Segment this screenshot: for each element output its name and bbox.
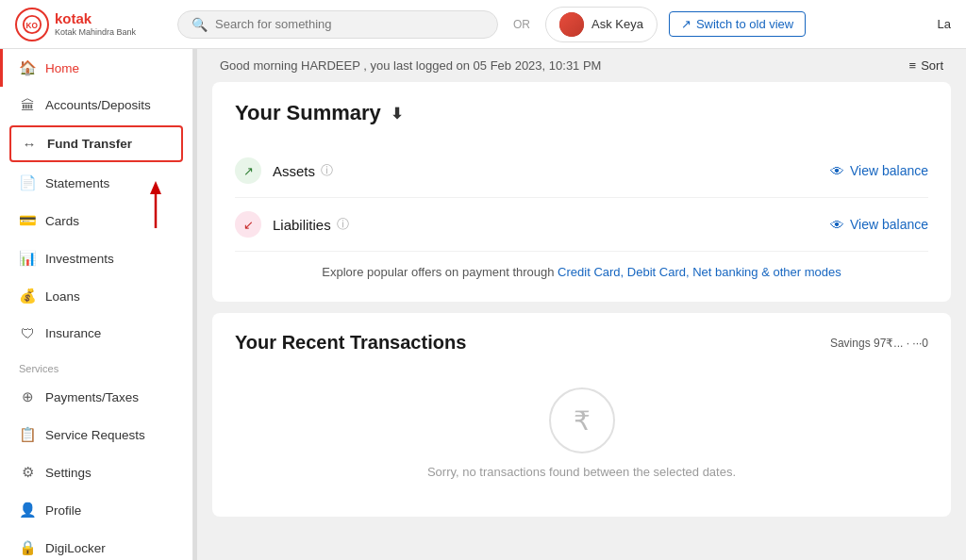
liabilities-label: Liabilities ⓘ [273, 216, 349, 233]
summary-title-text: Your Summary [235, 101, 381, 125]
switch-old-view-button[interactable]: ↗ Switch to old view [669, 11, 806, 37]
cards-icon: 💳 [19, 212, 36, 229]
search-input[interactable] [215, 17, 484, 31]
sidebar-item-home-label: Home [45, 61, 79, 75]
liabilities-icon-circle: ↙ [235, 211, 261, 238]
or-label: OR [513, 18, 530, 31]
summary-title: Your Summary ⬇ [235, 101, 928, 125]
sidebar-item-statements[interactable]: 📄 Statements [0, 164, 192, 202]
download-icon[interactable]: ⬇ [391, 105, 403, 123]
liabilities-eye-icon: 👁 [830, 217, 844, 233]
greeting-text: Good morning HARDEEP , you last logged o… [220, 58, 601, 73]
liabilities-view-balance-button[interactable]: 👁 View balance [830, 217, 928, 233]
savings-badge: Savings 97₹... · ···0 [830, 337, 928, 350]
transactions-card: Your Recent Transactions Savings 97₹... … [212, 313, 951, 517]
keya-avatar-img [559, 12, 584, 37]
empty-state: ₹ Sorry, no transactions found between t… [235, 369, 928, 498]
sidebar-item-payments-label: Payments/Taxes [45, 390, 139, 404]
assets-view-balance-button[interactable]: 👁 View balance [830, 163, 928, 179]
loans-icon: 💰 [19, 288, 36, 305]
transactions-header: Your Recent Transactions Savings 97₹... … [235, 332, 928, 354]
payments-icon: ⊕ [19, 388, 36, 405]
home-icon: 🏠 [19, 59, 36, 76]
sidebar-item-service-requests-label: Service Requests [45, 428, 145, 442]
profile-icon: 👤 [19, 502, 36, 519]
kotak-logo-icon: KO [15, 8, 49, 41]
fund-transfer-icon: ↔ [21, 136, 38, 152]
sidebar-item-service-requests[interactable]: 📋 Service Requests [0, 416, 192, 453]
sidebar-item-settings[interactable]: ⚙ Settings [0, 453, 192, 491]
sidebar-item-cards[interactable]: 💳 Cards [0, 202, 192, 239]
insurance-icon: 🛡 [19, 325, 36, 341]
keya-avatar [559, 12, 584, 37]
sidebar-item-accounts[interactable]: 🏛 Accounts/Deposits [0, 87, 192, 124]
sidebar-item-investments-label: Investments [45, 252, 114, 266]
settings-icon: ⚙ [19, 464, 36, 481]
sidebar-item-accounts-label: Accounts/Deposits [45, 98, 151, 112]
ask-keya-button[interactable]: Ask Keya [545, 7, 658, 42]
liabilities-row: ↙ Liabilities ⓘ 👁 View balance [235, 198, 928, 252]
sidebar-item-home[interactable]: 🏠 Home [0, 49, 192, 87]
sort-icon: ≡ [909, 58, 917, 73]
assets-row: ↗ Assets ⓘ 👁 View balance [235, 144, 928, 198]
switch-icon: ↗ [681, 17, 691, 31]
main-layout: 🏠 Home 🏛 Accounts/Deposits ↔ Fund Transf… [0, 49, 966, 560]
greeting-bar: Good morning HARDEEP , you last logged o… [197, 49, 966, 82]
logo-text: kotak Kotak Mahindra Bank [55, 11, 136, 37]
switch-label: Switch to old view [696, 17, 793, 31]
sidebar-item-profile[interactable]: 👤 Profile [0, 491, 192, 529]
content-area: Good morning HARDEEP , you last logged o… [197, 49, 966, 560]
sidebar-item-investments[interactable]: 📊 Investments [0, 239, 192, 277]
sort-button[interactable]: ≡ Sort [909, 58, 943, 73]
empty-text: Sorry, no transactions found between the… [427, 465, 736, 479]
sidebar-item-digilocker[interactable]: 🔒 DigiLocker [0, 529, 192, 560]
sidebar-item-insurance-label: Insurance [45, 326, 101, 340]
statements-icon: 📄 [19, 174, 36, 191]
sidebar-item-fund-transfer[interactable]: ↔ Fund Transfer [9, 125, 183, 162]
sidebar: 🏠 Home 🏛 Accounts/Deposits ↔ Fund Transf… [0, 49, 193, 560]
assets-label: Assets ⓘ [273, 162, 333, 179]
sidebar-item-profile-label: Profile [45, 503, 81, 518]
search-icon: 🔍 [192, 17, 208, 32]
summary-card: Your Summary ⬇ ↗ Assets ⓘ 👁 View balance… [212, 82, 951, 302]
user-initial: La [938, 17, 951, 31]
digilocker-icon: 🔒 [19, 539, 36, 556]
offers-text: Explore popular offers on payment throug… [235, 252, 928, 283]
search-bar[interactable]: 🔍 [177, 10, 498, 39]
transactions-title: Your Recent Transactions [235, 332, 466, 354]
sort-label: Sort [921, 58, 943, 73]
logo-sub: Kotak Mahindra Bank [55, 27, 136, 37]
accounts-icon: 🏛 [19, 97, 36, 113]
assets-icon-circle: ↗ [235, 157, 261, 184]
sidebar-item-statements-label: Statements [45, 176, 109, 190]
assets-view-balance-label: View balance [850, 163, 928, 178]
sidebar-item-fund-transfer-label: Fund Transfer [47, 137, 132, 151]
investments-icon: 📊 [19, 250, 36, 267]
svg-text:KO: KO [26, 21, 39, 29]
liabilities-view-balance-label: View balance [850, 217, 928, 232]
header: KO kotak Kotak Mahindra Bank 🔍 OR Ask Ke… [0, 0, 966, 49]
services-section-label: Services [0, 352, 192, 378]
sidebar-item-insurance[interactable]: 🛡 Insurance [0, 315, 192, 352]
service-requests-icon: 📋 [19, 426, 36, 443]
logo-area: KO kotak Kotak Mahindra Bank [15, 8, 166, 41]
sidebar-item-loans-label: Loans [45, 289, 80, 304]
sidebar-item-settings-label: Settings [45, 466, 92, 480]
rupee-icon-circle: ₹ [549, 387, 615, 453]
logo-name: kotak [55, 11, 136, 27]
liabilities-info-icon[interactable]: ⓘ [337, 216, 349, 233]
sidebar-item-cards-label: Cards [45, 214, 79, 228]
ask-keya-label: Ask Keya [591, 17, 643, 31]
sidebar-item-loans[interactable]: 💰 Loans [0, 277, 192, 315]
sidebar-item-digilocker-label: DigiLocker [45, 541, 106, 555]
assets-eye-icon: 👁 [830, 163, 844, 179]
sidebar-item-payments[interactable]: ⊕ Payments/Taxes [0, 378, 192, 416]
offers-link[interactable]: Credit Card, Debit Card, Net banking & o… [558, 265, 841, 279]
assets-info-icon[interactable]: ⓘ [321, 162, 333, 179]
